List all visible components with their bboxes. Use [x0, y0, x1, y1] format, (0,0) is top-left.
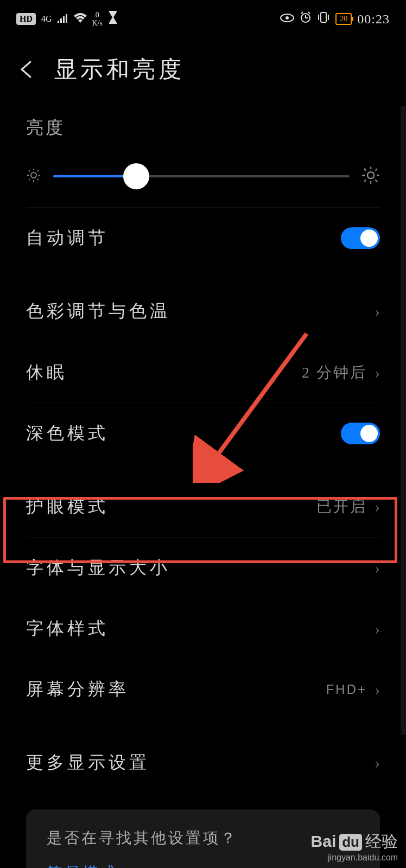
settings-group-3: 更多显示设置 › — [0, 732, 406, 793]
resolution-label: 屏幕分辨率 — [26, 678, 129, 701]
eye-comfort-value: 已开启 — [316, 496, 367, 517]
svg-rect-3 — [66, 14, 67, 23]
eye-comfort-label: 护眼模式 — [26, 495, 109, 519]
svg-rect-7 — [321, 12, 326, 22]
signal-4g-icon: 4G — [41, 15, 52, 23]
simple-mode-link[interactable]: 简易模式 — [47, 863, 359, 868]
svg-line-22 — [364, 169, 366, 171]
settings-group-1: 色彩调节与色温 › 休眠 2 分钟后 › 深色模式 — [0, 281, 406, 463]
font-display-size-row[interactable]: 字体与显示大小 › — [26, 537, 380, 598]
more-display-row[interactable]: 更多显示设置 › — [26, 732, 380, 793]
eye-comfort-row[interactable]: 护眼模式 已开启 › — [26, 476, 380, 537]
svg-point-8 — [31, 173, 36, 178]
auto-brightness-row[interactable]: 自动调节 — [26, 207, 380, 268]
page-title: 显示和亮度 — [54, 54, 185, 85]
alarm-icon — [300, 11, 312, 27]
page-header: 显示和亮度 — [0, 38, 406, 106]
status-right: 20 00:23 — [280, 11, 390, 27]
svg-point-5 — [286, 16, 289, 20]
auto-brightness-label: 自动调节 — [26, 226, 109, 250]
hourglass-icon — [108, 11, 118, 27]
chevron-right-icon: › — [375, 754, 380, 772]
sleep-label: 休眠 — [26, 361, 67, 385]
signal-bars-icon — [58, 12, 68, 26]
resolution-row[interactable]: 屏幕分辨率 FHD+ › — [26, 659, 380, 719]
svg-line-14 — [37, 179, 39, 180]
auto-brightness-toggle[interactable] — [341, 227, 380, 249]
chevron-right-icon: › — [375, 497, 380, 516]
brightness-section: 亮度 自动调节 — [0, 106, 406, 268]
chevron-right-icon: › — [375, 559, 380, 577]
watermark: Baidu 经验 jingyan.baidu.com — [311, 831, 398, 863]
chevron-right-icon: › — [375, 302, 380, 321]
clock-time: 00:23 — [357, 12, 390, 27]
eye-comfort-icon — [280, 12, 294, 26]
svg-rect-2 — [63, 16, 65, 23]
settings-group-2: 护眼模式 已开启 › 字体与显示大小 › 字体样式 › 屏幕分辨率 FHD+ › — [0, 476, 406, 719]
svg-line-16 — [29, 179, 30, 180]
chevron-right-icon: › — [375, 680, 380, 699]
dark-mode-row[interactable]: 深色模式 — [26, 403, 380, 463]
brightness-label: 亮度 — [26, 106, 380, 156]
brightness-slider[interactable] — [53, 175, 350, 177]
more-display-label: 更多显示设置 — [26, 751, 150, 775]
font-style-label: 字体样式 — [26, 617, 109, 641]
svg-rect-1 — [60, 18, 62, 23]
sleep-value: 2 分钟后 — [302, 362, 367, 383]
scrollbar[interactable] — [401, 106, 406, 735]
font-style-row[interactable]: 字体样式 › — [26, 598, 380, 659]
svg-rect-0 — [58, 21, 59, 23]
dark-mode-label: 深色模式 — [26, 422, 109, 445]
slider-thumb[interactable] — [123, 163, 149, 189]
font-size-label: 字体与显示大小 — [26, 556, 170, 580]
wifi-icon — [74, 12, 87, 26]
svg-line-23 — [376, 180, 378, 182]
chevron-right-icon: › — [375, 620, 380, 638]
resolution-value: FHD+ — [326, 682, 367, 697]
chevron-right-icon: › — [375, 363, 380, 382]
status-left: HD 4G 0 K/s — [16, 11, 118, 28]
battery-icon: 20 — [335, 13, 352, 25]
color-temp-row[interactable]: 色彩调节与色温 › — [26, 281, 380, 342]
svg-line-13 — [29, 170, 30, 171]
vibrate-icon — [317, 11, 330, 27]
hd-icon: HD — [16, 13, 36, 25]
back-button[interactable] — [16, 59, 38, 80]
sun-low-icon — [26, 168, 41, 185]
svg-line-25 — [364, 180, 366, 182]
network-speed: 0 K/s — [92, 11, 103, 28]
svg-line-24 — [376, 169, 378, 171]
svg-line-15 — [37, 170, 39, 171]
dark-mode-toggle[interactable] — [341, 423, 380, 444]
svg-point-17 — [367, 172, 374, 178]
brightness-slider-row — [26, 156, 380, 207]
color-temp-label: 色彩调节与色温 — [26, 299, 170, 323]
sleep-row[interactable]: 休眠 2 分钟后 › — [26, 342, 380, 403]
status-bar: HD 4G 0 K/s 20 00:23 — [0, 0, 406, 38]
sun-high-icon — [361, 166, 380, 187]
